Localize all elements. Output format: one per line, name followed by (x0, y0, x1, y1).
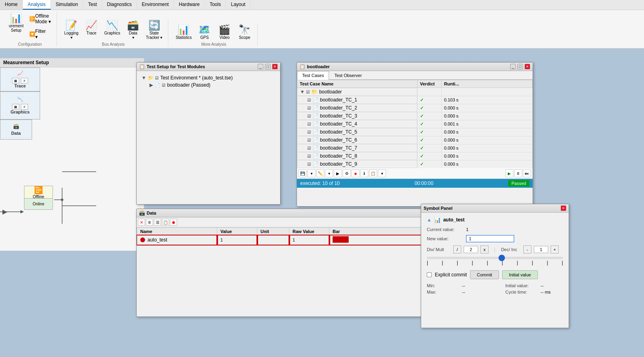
tc8-checkbox[interactable]: ☑ (307, 154, 311, 158)
commit-button[interactable]: Commit (470, 270, 499, 279)
trace-block[interactable]: 📈 ▦ ≡ Trace (0, 67, 40, 91)
decinc-value-input[interactable] (534, 246, 548, 253)
initial-value-button[interactable]: Initial value (502, 270, 538, 279)
table-row[interactable]: ☑ 📄 bootloader_TC_4 ✓ 0.001 s (297, 120, 533, 128)
slider-thumb[interactable] (499, 255, 505, 261)
tc3-checkbox[interactable]: ☑ (307, 114, 311, 118)
offline-mode-button[interactable]: 📴 OfflineMode ▾ (27, 12, 53, 26)
data-toolbar-list-btn[interactable]: ☰ (154, 219, 161, 226)
video-button[interactable]: 🎬 Video (215, 23, 234, 41)
tab-test-cases[interactable]: Test Cases (297, 71, 329, 80)
logging-button[interactable]: 📝 Logging▾ (62, 19, 81, 41)
decinc-minus-btn[interactable]: - (523, 245, 531, 254)
toolbar-save-btn[interactable]: 💾 (299, 169, 307, 177)
table-row[interactable]: ☑ 📄 bootloader_TC_6 ✓ 0.000 s (297, 136, 533, 144)
decinc-plus-btn[interactable]: + (551, 245, 559, 254)
filter-label: Filter▾ (35, 28, 46, 40)
tree-child-item[interactable]: ▶ 📄 ☑ bootloader (Passed) (140, 81, 277, 89)
table-row[interactable]: ☑ 📄 bootloader_TC_2 ✓ 0.000 s (297, 104, 533, 112)
statistics-button[interactable]: 📊 Statistics (173, 23, 194, 41)
toolbar-pause-btn[interactable]: ⏸ (514, 169, 522, 177)
root-checkbox[interactable]: ☑ (155, 76, 159, 80)
bootloader-maximize[interactable]: □ (517, 64, 523, 69)
table-root-row[interactable]: ▼ ☑ 📁 bootloader (297, 88, 533, 96)
scope-button[interactable]: 🔭 Scope (235, 23, 254, 41)
tc1-checkbox[interactable]: ☑ (307, 98, 311, 102)
col-test-case-name: Test Case Name (297, 80, 418, 88)
test-setup-content: ▼ 📁 ☑ Test Environment * (auto_test.tse)… (137, 71, 280, 92)
max-label: Max: (427, 290, 459, 294)
symbol-collapse-icon[interactable]: ▲ (427, 217, 432, 223)
time-label: 00:00:00 (415, 181, 434, 186)
table-row[interactable]: ☑ 📄 bootloader_TC_8 ✓ 0.000 s (297, 152, 533, 160)
test-setup-maximize[interactable]: □ (265, 64, 271, 69)
tab-environment[interactable]: Environment (137, 0, 174, 10)
bootloader-window-icon: 📋 (299, 64, 305, 69)
tab-home[interactable]: Home (0, 0, 23, 10)
toolbar-skip-btn[interactable]: ⏭ (523, 169, 531, 177)
data-toolbar-record-btn[interactable]: ⏺ (170, 219, 177, 226)
toolbar-run-btn[interactable]: ▶ (334, 169, 342, 177)
child-checkbox[interactable]: ☑ (162, 83, 166, 87)
table-row[interactable]: ☑ 📄 bootloader_TC_5 ✓ 0.000 s (297, 128, 533, 136)
filter-button[interactable]: 🔽 Filter▾ (27, 27, 53, 41)
tc8-runtime: 0.000 s (442, 152, 533, 160)
toolbar-dropdown2-btn[interactable]: ▾ (325, 169, 333, 177)
test-setup-window: 📋 Test Setup for Test Modules _ □ ✕ ▼ 📁 … (136, 62, 281, 205)
divmult-value-input[interactable] (464, 246, 478, 253)
explicit-commit-checkbox[interactable] (427, 272, 432, 277)
data-block-diagram[interactable]: 🗃️ Data (0, 120, 32, 140)
data-toolbar-pause-btn[interactable]: ⏸ (146, 219, 153, 226)
tc8-verdict: ✓ (418, 152, 442, 160)
tab-tools[interactable]: Tools (205, 0, 226, 10)
tab-diagnostics[interactable]: Diagnostics (102, 0, 137, 10)
measurement-setup-button[interactable]: 📊 urementSetup (6, 12, 26, 41)
cycle-value: -- ms (541, 290, 581, 294)
scope-icon: 🔭 (238, 25, 250, 34)
new-value-input[interactable] (466, 235, 514, 242)
data-toolbar-copy-btn[interactable]: 📋 (162, 219, 169, 226)
tc2-checkbox[interactable]: ☑ (307, 106, 311, 110)
tc7-checkbox[interactable]: ☑ (307, 146, 311, 150)
tab-hardware[interactable]: Hardware (174, 0, 205, 10)
tab-test-observer[interactable]: Test Observer (329, 71, 367, 79)
toolbar-play-btn[interactable]: ▶ (505, 169, 513, 177)
toolbar-info-btn[interactable]: ℹ (360, 169, 368, 177)
gps-button[interactable]: 🗺️ GPS (195, 23, 214, 41)
tab-layout[interactable]: Layout (226, 0, 250, 10)
filter-icon: 🔽 (29, 31, 35, 37)
data-button[interactable]: 🗃️ Data▾ (123, 19, 143, 41)
tc6-checkbox[interactable]: ☑ (307, 138, 311, 142)
table-row[interactable]: ☑ 📄 bootloader_TC_3 ✓ 0.000 s (297, 112, 533, 120)
tc9-checkbox[interactable]: ☑ (307, 162, 311, 166)
toolbar-copy-btn[interactable]: 📋 (369, 169, 377, 177)
graphics-button[interactable]: 📉 Graphics (102, 19, 123, 41)
table-row[interactable]: ☑ 📄 bootloader_TC_7 ✓ 0.000 s (297, 144, 533, 152)
trace-button[interactable]: 📈 Trace (82, 19, 101, 41)
data-toolbar-delete-btn[interactable]: ✕ (138, 219, 145, 226)
bootloader-close[interactable]: ✕ (525, 64, 530, 69)
toolbar-dropdown3-btn[interactable]: ▾ (378, 169, 386, 177)
bootloader-minimize[interactable]: _ (510, 64, 516, 69)
tab-test[interactable]: Test (83, 0, 102, 10)
table-row[interactable]: ☑ 📄 bootloader_TC_1 ✓ 0.103 s (297, 96, 533, 104)
graphics-block[interactable]: 📉 ▦ ≡ Graphics (0, 91, 40, 120)
toolbar-dropdown-btn[interactable]: ▾ (307, 169, 315, 177)
tc4-checkbox[interactable]: ☑ (307, 122, 311, 126)
test-setup-minimize[interactable]: _ (258, 64, 263, 69)
toolbar-edit-btn[interactable]: ✏️ (316, 169, 324, 177)
data-table-row[interactable]: auto_test 1 1 (137, 235, 432, 245)
toolbar-settings-btn[interactable]: ⚙ (343, 169, 351, 177)
divmult-x-btn[interactable]: x (480, 245, 489, 254)
divmult-slash-btn[interactable]: / (453, 245, 461, 254)
test-setup-close[interactable]: ✕ (272, 64, 278, 69)
tab-analysis[interactable]: Analysis (23, 0, 51, 10)
table-row[interactable]: ☑ 📄 bootloader_TC_9 ✓ 0.000 s (297, 160, 533, 168)
symbol-panel-close[interactable]: ✕ (561, 205, 566, 211)
toolbar-stop-btn[interactable]: ■ (351, 169, 359, 177)
state-tracker-button[interactable]: 🔄 StateTracker ▾ (143, 19, 165, 41)
root-row-checkbox[interactable]: ☑ (306, 90, 310, 94)
tab-simulation[interactable]: Simulation (51, 0, 83, 10)
tree-root-item[interactable]: ▼ 📁 ☑ Test Environment * (auto_test.tse) (140, 74, 277, 81)
tc5-checkbox[interactable]: ☑ (307, 130, 311, 134)
